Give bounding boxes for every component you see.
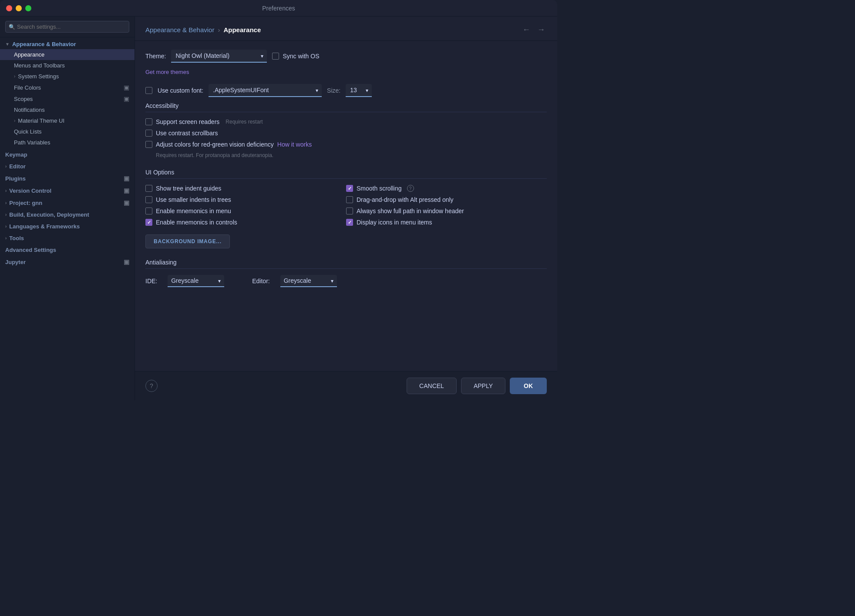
sidebar-item-menus-toolbars[interactable]: Menus and Toolbars [0, 60, 135, 71]
chevron-right-icon: › [5, 188, 7, 193]
ide-antialiasing-select[interactable]: Greyscale Subpixel None [168, 275, 224, 287]
sidebar-item-keymap[interactable]: Keymap [0, 148, 135, 160]
tree-indent-label: Show tree indent guides [156, 185, 221, 192]
sidebar-item-build-execution[interactable]: › Build, Execution, Deployment [0, 208, 135, 220]
font-select[interactable]: .AppleSystemUIFont [209, 84, 322, 97]
chevron-right-icon: › [5, 164, 7, 169]
color-deficiency-checkbox[interactable] [145, 141, 152, 148]
close-button[interactable] [6, 5, 12, 11]
chevron-right-icon: › [5, 236, 7, 241]
help-button[interactable]: ? [145, 380, 158, 392]
font-size-select[interactable]: 13 [346, 84, 372, 97]
sidebar-item-appearance-behavior[interactable]: ▼ Appearance & Behavior [0, 37, 135, 49]
how-it-works-link[interactable]: How it works [277, 141, 312, 148]
contrast-scrollbars-row: Use contrast scrollbars [145, 130, 547, 137]
settings-icon: ▣ [124, 84, 129, 91]
chevron-right-icon: › [5, 201, 7, 205]
window-controls[interactable] [6, 5, 31, 11]
editor-antialiasing-wrapper: Greyscale Subpixel None ▾ [280, 275, 337, 287]
editor-antialiasing-select[interactable]: Greyscale Subpixel None [280, 275, 337, 287]
sync-with-os-row: Sync with OS [272, 53, 319, 60]
cancel-button[interactable]: CANCEL [407, 378, 457, 394]
sidebar-item-quick-lists[interactable]: Quick Lists [0, 126, 135, 137]
settings-icon: ▣ [124, 95, 129, 102]
sidebar-group-label: Keymap [5, 151, 27, 158]
mnemonics-controls-checkbox[interactable] [145, 219, 152, 226]
background-image-button[interactable]: BACKGROUND IMAGE... [145, 234, 230, 248]
get-more-themes-link[interactable]: Get more themes [145, 69, 189, 75]
ui-options-right: Smooth scrolling ? Drag-and-drop with Al… [346, 185, 547, 230]
screen-readers-label: Support screen readers [156, 118, 219, 125]
screen-readers-row: Support screen readers Requires restart [145, 118, 547, 125]
tree-indent-checkbox[interactable] [145, 185, 152, 192]
sidebar-item-version-control[interactable]: › Version Control ▣ [0, 184, 135, 196]
smaller-indents-label: Use smaller indents in trees [156, 196, 231, 203]
nav-back-button[interactable]: ← [521, 24, 532, 35]
sidebar-group-label: Version Control [9, 187, 51, 194]
sidebar-item-languages-frameworks[interactable]: › Languages & Frameworks [0, 220, 135, 231]
sidebar-item-project-gnn[interactable]: › Project: gnn ▣ [0, 196, 135, 208]
sidebar-item-tools[interactable]: › Tools [0, 231, 135, 243]
theme-select[interactable]: Night Owl (Material) [171, 50, 267, 63]
accessibility-section: Accessibility Support screen readers Req… [145, 102, 547, 158]
screen-readers-checkbox[interactable] [145, 118, 152, 125]
sidebar-item-label: File Colors [14, 84, 41, 91]
sidebar-group-label: Languages & Frameworks [9, 223, 80, 230]
font-select-wrapper: .AppleSystemUIFont ▾ [209, 84, 322, 97]
sidebar-item-editor[interactable]: › Editor [0, 160, 135, 171]
sidebar-item-path-variables[interactable]: Path Variables [0, 137, 135, 148]
smaller-indents-checkbox[interactable] [145, 196, 152, 203]
sidebar-group-label: Project: gnn [9, 200, 42, 206]
maximize-button[interactable] [25, 5, 31, 11]
smaller-indents-row: Use smaller indents in trees [145, 196, 346, 203]
custom-font-row: Use custom font: .AppleSystemUIFont ▾ Si… [145, 84, 547, 97]
search-bar[interactable]: 🔍 [0, 17, 135, 37]
search-input[interactable] [5, 21, 129, 33]
content-header: Appearance & Behavior › Appearance ← → [135, 17, 557, 41]
sidebar-item-system-settings[interactable]: › System Settings [0, 71, 135, 82]
drag-drop-alt-checkbox[interactable] [346, 196, 353, 203]
sidebar-item-material-theme-ui[interactable]: › Material Theme UI [0, 115, 135, 126]
footer: ? CANCEL APPLY OK [135, 371, 557, 400]
ok-button[interactable]: OK [510, 378, 547, 394]
breadcrumb: Appearance & Behavior › Appearance [145, 26, 261, 33]
content-area: Appearance & Behavior › Appearance ← → T… [135, 17, 557, 400]
smooth-scrolling-help-icon[interactable]: ? [407, 185, 414, 192]
breadcrumb-current: Appearance [223, 26, 261, 33]
tree-indent-row: Show tree indent guides [145, 185, 346, 192]
sidebar-item-label: Path Variables [14, 139, 50, 146]
search-icon: 🔍 [9, 24, 15, 30]
sidebar-item-plugins[interactable]: Plugins ▣ [0, 171, 135, 184]
custom-font-checkbox[interactable] [145, 87, 152, 94]
sidebar-group-label: Plugins [5, 175, 26, 182]
icons-menu-checkbox[interactable] [346, 219, 353, 226]
sidebar-item-notifications[interactable]: Notifications [0, 104, 135, 115]
sidebar-item-advanced-settings[interactable]: Advanced Settings [0, 243, 135, 255]
sync-with-os-checkbox[interactable] [272, 53, 279, 60]
smooth-scrolling-checkbox[interactable] [346, 185, 353, 192]
sidebar-item-file-colors[interactable]: File Colors ▣ [0, 82, 135, 93]
sidebar-item-jupyter[interactable]: Jupyter ▣ [0, 255, 135, 267]
nav-forward-button[interactable]: → [535, 24, 547, 35]
contrast-scrollbars-checkbox[interactable] [145, 130, 152, 137]
color-deficiency-label: Adjust colors for red-green vision defic… [156, 141, 274, 148]
main-layout: 🔍 ▼ Appearance & Behavior Appearance Men… [0, 17, 557, 400]
accessibility-title: Accessibility [145, 102, 547, 112]
antialiasing-row: IDE: Greyscale Subpixel None ▾ Editor: G… [145, 275, 547, 287]
chevron-right-icon: › [5, 212, 7, 217]
requires-restart-badge: Requires restart [226, 119, 263, 125]
apply-button[interactable]: APPLY [461, 378, 505, 394]
mnemonics-menu-checkbox[interactable] [145, 208, 152, 214]
full-path-header-checkbox[interactable] [346, 208, 353, 214]
editor-antialiasing-label: Editor: [252, 278, 269, 285]
theme-label: Theme: [145, 53, 166, 60]
sidebar-item-label: Notifications [14, 107, 45, 113]
theme-select-wrapper: Night Owl (Material) ▾ [171, 50, 267, 63]
sidebar-group-label: Editor [9, 163, 26, 170]
drag-drop-alt-row: Drag-and-drop with Alt pressed only [346, 196, 547, 203]
sidebar-item-label: Appearance [14, 51, 44, 58]
sidebar-item-appearance[interactable]: Appearance [0, 49, 135, 60]
sidebar-item-label: System Settings [18, 73, 59, 80]
minimize-button[interactable] [16, 5, 22, 11]
sidebar-item-scopes[interactable]: Scopes ▣ [0, 93, 135, 104]
